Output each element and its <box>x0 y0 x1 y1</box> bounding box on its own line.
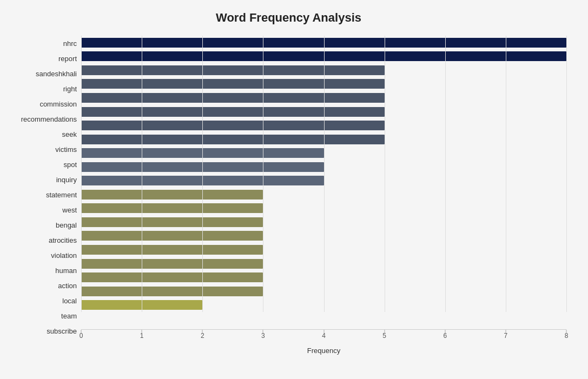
y-label: west <box>11 207 77 214</box>
grid-line <box>385 36 385 312</box>
grid-line <box>324 36 325 312</box>
bar <box>81 65 385 75</box>
chart-area: nhrcreportsandeshkhalirightcommissionrec… <box>11 36 566 355</box>
bar <box>81 107 385 117</box>
y-label: commission <box>11 101 77 108</box>
x-tick-label: 5 <box>382 332 386 340</box>
bar-row <box>81 216 566 228</box>
bar-row <box>81 271 566 283</box>
y-label: spot <box>11 161 77 168</box>
bar-row <box>81 119 566 131</box>
y-label: right <box>11 85 77 92</box>
bar <box>81 38 566 48</box>
bar <box>81 245 263 255</box>
y-labels: nhrcreportsandeshkhalirightcommissionrec… <box>11 36 81 355</box>
bar <box>81 135 385 144</box>
y-label: team <box>11 312 77 320</box>
grid-line <box>202 36 203 312</box>
x-tick-label: 6 <box>443 332 447 340</box>
bar <box>81 259 263 269</box>
bar <box>81 190 263 200</box>
grid-line <box>263 36 263 312</box>
bar <box>81 148 324 158</box>
y-label: atrocities <box>11 237 77 244</box>
bar <box>81 287 263 296</box>
bar-row <box>81 50 566 62</box>
bar <box>81 272 263 282</box>
bar <box>81 79 385 89</box>
x-axis-label: Frequency <box>81 347 566 355</box>
bar-row <box>81 285 566 297</box>
y-label: human <box>11 267 77 274</box>
x-tick-label: 2 <box>201 332 204 340</box>
bar-row <box>81 299 566 311</box>
bars-area <box>81 36 566 328</box>
bar-row <box>81 189 566 201</box>
bar-row <box>81 92 566 104</box>
chart-title: Word Frequency Analysis <box>11 11 566 25</box>
bar <box>81 51 566 61</box>
grid-line <box>506 36 506 312</box>
y-label: sandeshkhali <box>11 70 77 77</box>
y-label: inquiry <box>11 176 77 183</box>
x-axis: 012345678 <box>81 329 566 345</box>
y-label: nhrc <box>11 40 77 47</box>
x-tick-label: 0 <box>80 332 83 340</box>
bar-row <box>81 106 566 118</box>
bar <box>81 93 385 103</box>
y-label: statement <box>11 191 77 198</box>
x-tick-label: 8 <box>565 332 569 340</box>
bars-section: 012345678 Frequency <box>81 36 566 355</box>
y-label: violation <box>11 252 77 259</box>
bar-row <box>81 78 566 90</box>
bar-row <box>81 161 566 173</box>
chart-container: Word Frequency Analysis nhrcreportsandes… <box>0 0 588 379</box>
y-label: report <box>11 55 77 62</box>
bar-row <box>81 202 566 214</box>
bar-row <box>81 230 566 242</box>
grid-line <box>445 36 446 312</box>
x-tick-label: 7 <box>504 332 508 340</box>
bar <box>81 176 324 185</box>
bar-row <box>81 244 566 256</box>
x-tick-label: 4 <box>322 332 326 340</box>
bar <box>81 231 263 241</box>
bar-row <box>81 147 566 159</box>
bar-row <box>81 64 566 76</box>
bar <box>81 121 385 130</box>
y-label: local <box>11 297 77 304</box>
bar-row <box>81 258 566 270</box>
y-label: victims <box>11 146 77 153</box>
y-label: action <box>11 282 77 289</box>
x-tick-label: 3 <box>261 332 265 340</box>
grid-line <box>566 36 567 312</box>
bar <box>81 162 324 172</box>
bar <box>81 300 202 310</box>
bar-row <box>81 175 566 187</box>
y-label: seek <box>11 131 77 138</box>
x-tick-label: 1 <box>140 332 144 340</box>
bar-row <box>81 37 566 49</box>
y-label: recommendations <box>11 116 77 123</box>
y-label: subscribe <box>11 328 77 335</box>
bar <box>81 203 263 213</box>
y-label: bengal <box>11 222 77 229</box>
bar-row <box>81 134 566 145</box>
bar <box>81 217 263 227</box>
grid-line <box>81 36 82 312</box>
grid-line <box>142 36 142 312</box>
